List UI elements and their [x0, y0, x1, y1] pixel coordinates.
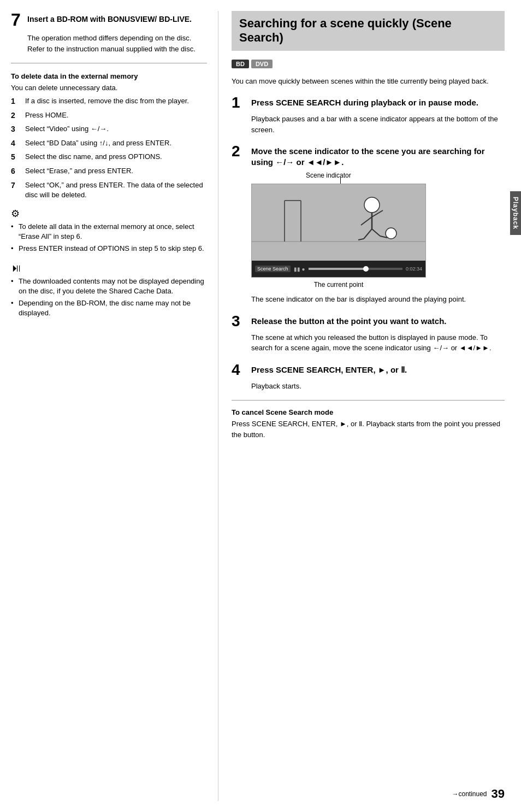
- page-footer: →continued 39: [452, 787, 505, 801]
- left-column: 7 Insert a BD-ROM with BONUSVIEW/ BD-LIV…: [11, 11, 218, 801]
- cancel-body: Press SCENE SEARCH, ENTER, ►, or Ⅱ. Play…: [232, 419, 505, 440]
- right-column: Searching for a scene quickly (Scene Sea…: [218, 11, 510, 801]
- caution-item: The downloaded contents may not be displ…: [11, 276, 207, 296]
- scene-bar-label: Scene Search: [255, 266, 291, 272]
- right-step-after-image: The scene indicator on the bar is displa…: [251, 294, 505, 305]
- right-step-title-4: Press SCENE SEARCH, ENTER, ►, or Ⅱ.: [251, 362, 407, 375]
- tips-bullets: To delete all data in the external memor…: [11, 222, 207, 254]
- right-step-title-3: Release the button at the point you want…: [251, 314, 447, 327]
- right-step-num-2: 2: [232, 144, 246, 159]
- step7-body: The operation method differs depending o…: [27, 33, 207, 54]
- right-step-1: 1 Press SCENE SEARCH during playback or …: [232, 95, 505, 135]
- svg-point-10: [386, 228, 396, 239]
- tips-section: ⚙ To delete all data in the external mem…: [11, 208, 207, 254]
- right-step-num-4: 4: [232, 362, 246, 378]
- dvd-badge: DVD: [251, 60, 273, 68]
- scene-indicator-label: Scene indicator: [306, 172, 351, 179]
- list-num: 5: [11, 152, 22, 163]
- right-step-3: 3 Release the button at the point you wa…: [232, 314, 505, 354]
- step7-number: 7: [11, 11, 22, 28]
- right-step-header-2: 2 Move the scene indicator to the scene …: [232, 144, 505, 167]
- delete-section-title: To delete data in the external memory: [11, 72, 207, 80]
- right-step-num-3: 3: [232, 314, 246, 329]
- list-num: 3: [11, 124, 22, 135]
- delete-intro: You can delete unnecessary data.: [11, 84, 207, 92]
- list-item: 1If a disc is inserted, remove the disc …: [11, 96, 207, 107]
- list-num: 1: [11, 96, 22, 107]
- caution-icon: ⏯: [11, 262, 207, 274]
- caution-item: Depending on the BD-ROM, the disc name m…: [11, 298, 207, 318]
- sidebar-label: Playback: [512, 197, 519, 230]
- right-step-title-1: Press SCENE SEARCH during playback or in…: [251, 95, 478, 108]
- right-step-header-1: 1 Press SCENE SEARCH during playback or …: [232, 95, 505, 110]
- list-item: 6Select “Erase,” and press ENTER.: [11, 166, 207, 177]
- list-num: 6: [11, 166, 22, 177]
- right-intro: You can move quickly between scenes with…: [232, 76, 505, 87]
- right-step-body-1: Playback pauses and a bar with a scene i…: [251, 114, 505, 135]
- tip-icon: ⚙: [11, 208, 207, 220]
- svg-rect-0: [252, 184, 425, 261]
- list-item: 5Select the disc name, and press OPTIONS…: [11, 152, 207, 163]
- time-display: 0:02:34: [406, 266, 422, 272]
- right-step-2: 2 Move the scene indicator to the scene …: [232, 144, 505, 305]
- right-step-header-4: 4 Press SCENE SEARCH, ENTER, ►, or Ⅱ.: [232, 362, 505, 378]
- bd-badge: BD: [232, 60, 249, 68]
- svg-point-2: [364, 197, 380, 213]
- list-item: 2Press HOME.: [11, 110, 207, 121]
- right-step-body-4: Playback starts.: [251, 381, 505, 392]
- tip-item: To delete all data in the external memor…: [11, 222, 207, 242]
- right-step-4: 4 Press SCENE SEARCH, ENTER, ►, or Ⅱ. Pl…: [232, 362, 505, 392]
- right-step-header-3: 3 Release the button at the point you wa…: [232, 314, 505, 329]
- list-item: 4Select “BD Data” using ↑/↓, and press E…: [11, 138, 207, 149]
- right-step-num-1: 1: [232, 95, 246, 110]
- bar-pause-icon: ▮▮: [294, 266, 300, 272]
- right-title-box: Searching for a scene quickly (Scene Sea…: [232, 11, 505, 51]
- list-item: 7Select “OK,” and press ENTER. The data …: [11, 180, 207, 200]
- scene-bar: Scene Search ▮▮ ● 0:02:34: [252, 261, 425, 277]
- sidebar-tab: Playback: [510, 191, 521, 235]
- list-num: 4: [11, 138, 22, 149]
- progress-fill: [309, 268, 365, 270]
- cancel-divider: [232, 400, 505, 401]
- list-num: 7: [11, 180, 22, 191]
- current-point-label: The current point: [251, 281, 426, 289]
- disc-badges: BD DVD: [232, 60, 505, 68]
- page-number: 39: [492, 787, 505, 801]
- list-item: 3Select “Video” using ←/→.: [11, 124, 207, 135]
- step7-header: 7 Insert a BD-ROM with BONUSVIEW/ BD-LIV…: [11, 11, 207, 28]
- right-steps-container: 1 Press SCENE SEARCH during playback or …: [232, 95, 505, 391]
- divider1: [11, 63, 207, 63]
- scene-illustration: [252, 184, 425, 261]
- scene-image-container: Scene Search ▮▮ ● 0:02:34: [251, 184, 426, 278]
- caution-section: ⏯ The downloaded contents may not be dis…: [11, 262, 207, 319]
- continued-text: →continued: [452, 790, 487, 798]
- step7-title: Insert a BD-ROM with BONUSVIEW/ BD-LIVE.: [27, 11, 192, 24]
- right-step-title-2: Move the scene indicator to the scene yo…: [251, 144, 505, 167]
- tip-item: Press ENTER instead of OPTIONS in step 5…: [11, 244, 207, 254]
- progress-indicator: [363, 266, 369, 272]
- delete-steps-list: 1If a disc is inserted, remove the disc …: [11, 96, 207, 200]
- bar-rec-icon: ●: [302, 266, 305, 272]
- list-num: 2: [11, 110, 22, 121]
- scene-bar-controls: ▮▮ ●: [294, 266, 305, 272]
- scene-image-inner: [252, 184, 425, 261]
- right-main-title: Searching for a scene quickly (Scene Sea…: [239, 16, 497, 45]
- right-step-body-3: The scene at which you released the butt…: [251, 332, 505, 354]
- cancel-title: To cancel Scene Search mode: [232, 408, 505, 416]
- progress-bar: [309, 268, 402, 270]
- page-container: 7 Insert a BD-ROM with BONUSVIEW/ BD-LIV…: [0, 0, 521, 812]
- caution-bullets: The downloaded contents may not be displ…: [11, 276, 207, 319]
